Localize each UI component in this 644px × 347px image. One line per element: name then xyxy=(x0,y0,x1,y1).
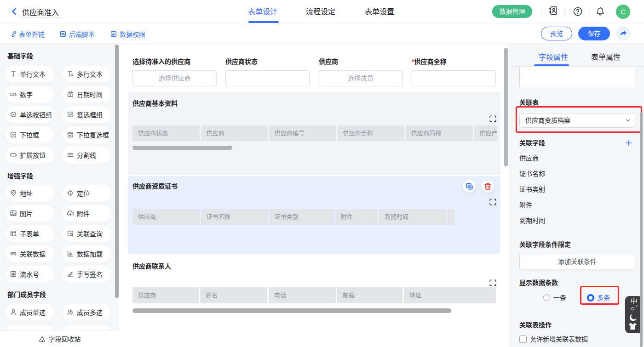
svg-text:123: 123 xyxy=(10,92,17,97)
